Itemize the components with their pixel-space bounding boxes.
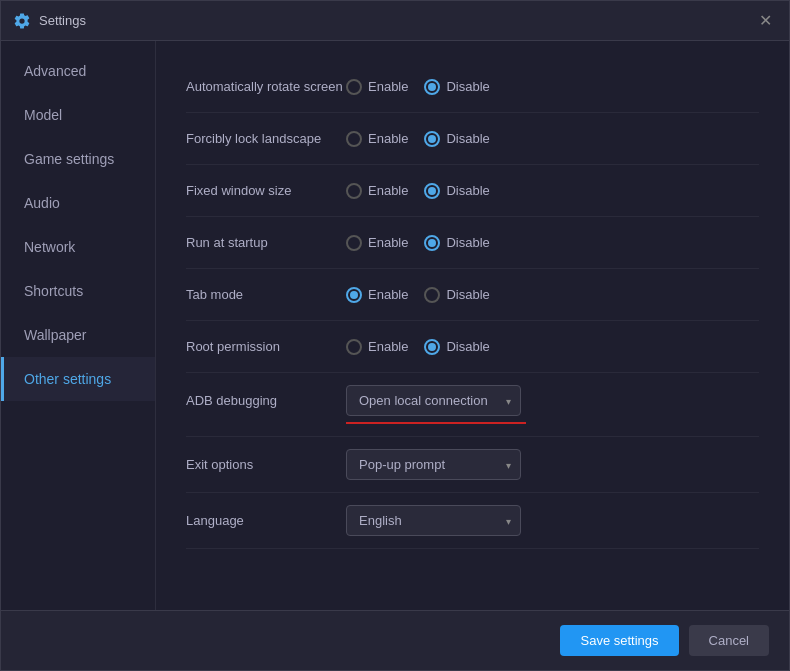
run-at-startup-enable[interactable]: Enable: [346, 235, 408, 251]
fixed-window-disable[interactable]: Disable: [424, 183, 489, 199]
tab-mode-enable-radio[interactable]: [346, 287, 362, 303]
run-at-startup-label: Run at startup: [186, 235, 346, 250]
tab-mode-disable-label: Disable: [446, 287, 489, 302]
root-permission-enable[interactable]: Enable: [346, 339, 408, 355]
forcibly-lock-options: Enable Disable: [346, 131, 490, 147]
sidebar-item-model[interactable]: Model: [1, 93, 155, 137]
auto-rotate-enable-radio[interactable]: [346, 79, 362, 95]
settings-window: Settings ✕ Advanced Model Game settings …: [0, 0, 790, 671]
run-at-startup-disable-radio[interactable]: [424, 235, 440, 251]
tab-mode-enable[interactable]: Enable: [346, 287, 408, 303]
language-dropdown[interactable]: English: [346, 505, 521, 536]
forcibly-lock-disable-label: Disable: [446, 131, 489, 146]
forcibly-lock-enable-label: Enable: [368, 131, 408, 146]
footer: Save settings Cancel: [1, 610, 789, 670]
main-content: Automatically rotate screen Enable Disab…: [156, 41, 789, 610]
sidebar-item-shortcuts[interactable]: Shortcuts: [1, 269, 155, 313]
forcibly-lock-disable[interactable]: Disable: [424, 131, 489, 147]
sidebar-item-advanced[interactable]: Advanced: [1, 49, 155, 93]
fixed-window-enable[interactable]: Enable: [346, 183, 408, 199]
auto-rotate-disable-radio[interactable]: [424, 79, 440, 95]
cancel-button[interactable]: Cancel: [689, 625, 769, 656]
sidebar-item-audio[interactable]: Audio: [1, 181, 155, 225]
fixed-window-disable-radio[interactable]: [424, 183, 440, 199]
language-label: Language: [186, 513, 346, 528]
close-button[interactable]: ✕: [753, 9, 777, 33]
fixed-window-enable-label: Enable: [368, 183, 408, 198]
sidebar-item-network[interactable]: Network: [1, 225, 155, 269]
adb-debugging-dropdown-wrapper: Open local connection ▾: [346, 385, 521, 416]
fixed-window-enable-radio[interactable]: [346, 183, 362, 199]
adb-debugging-row: ADB debugging Open local connection ▾: [186, 373, 759, 437]
tab-mode-disable[interactable]: Disable: [424, 287, 489, 303]
fixed-window-disable-label: Disable: [446, 183, 489, 198]
exit-options-dropdown-wrapper: Pop-up prompt ▾: [346, 449, 521, 480]
tab-mode-row: Tab mode Enable Disable: [186, 269, 759, 321]
tab-mode-label: Tab mode: [186, 287, 346, 302]
language-dropdown-wrapper: English ▾: [346, 505, 521, 536]
tab-mode-disable-radio[interactable]: [424, 287, 440, 303]
root-permission-enable-label: Enable: [368, 339, 408, 354]
save-settings-button[interactable]: Save settings: [560, 625, 678, 656]
tab-mode-options: Enable Disable: [346, 287, 490, 303]
fixed-window-options: Enable Disable: [346, 183, 490, 199]
auto-rotate-enable-label: Enable: [368, 79, 408, 94]
language-row: Language English ▾: [186, 493, 759, 549]
window-title: Settings: [39, 13, 753, 28]
run-at-startup-row: Run at startup Enable Disable: [186, 217, 759, 269]
root-permission-label: Root permission: [186, 339, 346, 354]
fixed-window-label: Fixed window size: [186, 183, 346, 198]
run-at-startup-disable-label: Disable: [446, 235, 489, 250]
root-permission-disable-label: Disable: [446, 339, 489, 354]
auto-rotate-disable-label: Disable: [446, 79, 489, 94]
root-permission-options: Enable Disable: [346, 339, 490, 355]
adb-debugging-label: ADB debugging: [186, 393, 346, 408]
forcibly-lock-disable-radio[interactable]: [424, 131, 440, 147]
settings-icon: [13, 12, 31, 30]
root-permission-disable[interactable]: Disable: [424, 339, 489, 355]
exit-options-label: Exit options: [186, 457, 346, 472]
run-at-startup-enable-radio[interactable]: [346, 235, 362, 251]
root-permission-disable-radio[interactable]: [424, 339, 440, 355]
run-at-startup-options: Enable Disable: [346, 235, 490, 251]
fixed-window-row: Fixed window size Enable Disable: [186, 165, 759, 217]
forcibly-lock-enable[interactable]: Enable: [346, 131, 408, 147]
titlebar: Settings ✕: [1, 1, 789, 41]
root-permission-row: Root permission Enable Disable: [186, 321, 759, 373]
exit-options-row: Exit options Pop-up prompt ▾: [186, 437, 759, 493]
forcibly-lock-enable-radio[interactable]: [346, 131, 362, 147]
root-permission-enable-radio[interactable]: [346, 339, 362, 355]
tab-mode-enable-label: Enable: [368, 287, 408, 302]
sidebar-item-wallpaper[interactable]: Wallpaper: [1, 313, 155, 357]
forcibly-lock-label: Forcibly lock landscape: [186, 131, 346, 146]
adb-debugging-inner: ADB debugging Open local connection ▾: [186, 385, 759, 416]
exit-options-dropdown[interactable]: Pop-up prompt: [346, 449, 521, 480]
auto-rotate-options: Enable Disable: [346, 79, 490, 95]
adb-underline: [346, 422, 526, 424]
run-at-startup-enable-label: Enable: [368, 235, 408, 250]
sidebar-item-other-settings[interactable]: Other settings: [1, 357, 155, 401]
auto-rotate-disable[interactable]: Disable: [424, 79, 489, 95]
auto-rotate-label: Automatically rotate screen: [186, 79, 346, 94]
run-at-startup-disable[interactable]: Disable: [424, 235, 489, 251]
auto-rotate-enable[interactable]: Enable: [346, 79, 408, 95]
adb-debugging-dropdown[interactable]: Open local connection: [346, 385, 521, 416]
sidebar: Advanced Model Game settings Audio Netwo…: [1, 41, 156, 610]
content-area: Advanced Model Game settings Audio Netwo…: [1, 41, 789, 610]
sidebar-item-game-settings[interactable]: Game settings: [1, 137, 155, 181]
auto-rotate-row: Automatically rotate screen Enable Disab…: [186, 61, 759, 113]
forcibly-lock-row: Forcibly lock landscape Enable Disable: [186, 113, 759, 165]
